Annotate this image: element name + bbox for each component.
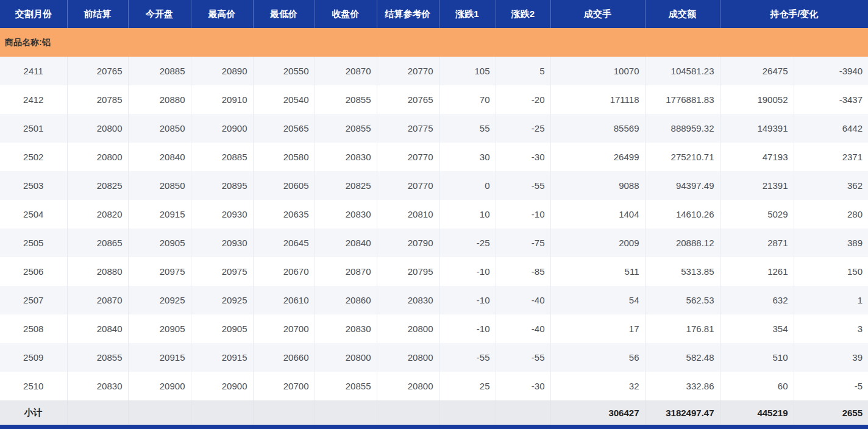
column-header: 涨跌1 bbox=[439, 0, 496, 28]
table-row: 2507208702092520925206102086020830-10-40… bbox=[0, 286, 868, 314]
cell-value: 632 bbox=[720, 286, 794, 314]
cell-value: -40 bbox=[496, 314, 550, 343]
cell-value: -10 bbox=[439, 257, 496, 286]
cell-value: 20855 bbox=[315, 85, 377, 114]
table-header-row: 交割月份前结算今开盘最高价最低价收盘价结算参考价涨跌1涨跌2成交手成交额持仓手/… bbox=[0, 0, 868, 28]
cell-value: -55 bbox=[496, 171, 550, 200]
subtotal-volume: 306427 bbox=[550, 400, 645, 425]
cell-value: 354 bbox=[720, 314, 794, 343]
commodity-group-row: 商品名称:铝 bbox=[0, 28, 868, 57]
cell-delivery-month: 2510 bbox=[0, 372, 67, 400]
cell-value: 20900 bbox=[191, 372, 253, 400]
cell-value: 20870 bbox=[315, 257, 377, 286]
cell-delivery-month: 2504 bbox=[0, 200, 67, 229]
cell-value: 20825 bbox=[67, 171, 128, 200]
cell-value: 20880 bbox=[128, 85, 191, 114]
subtotal-empty-cell bbox=[191, 400, 253, 425]
cell-value: -55 bbox=[496, 343, 550, 372]
cell-value: 56 bbox=[550, 343, 645, 372]
cell-value: 20840 bbox=[315, 229, 377, 257]
table-row: 241220785208802091020540208552076570-201… bbox=[0, 85, 868, 114]
cell-value: 20975 bbox=[128, 257, 191, 286]
cell-value: 20770 bbox=[377, 143, 439, 171]
cell-value: 20550 bbox=[253, 57, 315, 85]
cell-value: 20855 bbox=[67, 343, 128, 372]
cell-value: 20855 bbox=[315, 372, 377, 400]
column-header: 成交手 bbox=[550, 0, 645, 28]
cell-value: 20670 bbox=[253, 257, 315, 286]
cell-value: 20860 bbox=[315, 286, 377, 314]
cell-value: 20580 bbox=[253, 143, 315, 171]
cell-value: 20925 bbox=[128, 286, 191, 314]
cell-value: 5029 bbox=[720, 200, 794, 229]
cell-value: 1776881.83 bbox=[645, 85, 720, 114]
cell-value: 20830 bbox=[315, 200, 377, 229]
cell-value: 20820 bbox=[67, 200, 128, 229]
cell-value: 30 bbox=[439, 143, 496, 171]
cell-value: 6442 bbox=[794, 114, 868, 143]
cell-value: 105 bbox=[439, 57, 496, 85]
cell-value: 190052 bbox=[720, 85, 794, 114]
cell-value: -5 bbox=[794, 372, 868, 400]
cell-value: 94397.49 bbox=[645, 171, 720, 200]
cell-value: -25 bbox=[439, 229, 496, 257]
cell-value: 20850 bbox=[128, 171, 191, 200]
cell-delivery-month: 2411 bbox=[0, 57, 67, 85]
cell-value: 14610.26 bbox=[645, 200, 720, 229]
cell-value: 32 bbox=[550, 372, 645, 400]
cell-value: 2009 bbox=[550, 229, 645, 257]
cell-value: 20800 bbox=[377, 314, 439, 343]
cell-value: -30 bbox=[496, 372, 550, 400]
cell-value: 20840 bbox=[67, 314, 128, 343]
cell-value: 20930 bbox=[191, 200, 253, 229]
cell-value: 20605 bbox=[253, 171, 315, 200]
table-row: 250220800208402088520580208302077030-302… bbox=[0, 143, 868, 171]
cell-value: -10 bbox=[496, 200, 550, 229]
table-row: 2506208802097520975206702087020795-10-85… bbox=[0, 257, 868, 286]
cell-value: 20915 bbox=[128, 200, 191, 229]
cell-value: 20610 bbox=[253, 286, 315, 314]
cell-value: -20 bbox=[496, 85, 550, 114]
cell-value: 21391 bbox=[720, 171, 794, 200]
commodity-name-label: 商品名称:铝 bbox=[0, 28, 868, 57]
cell-value: 20830 bbox=[67, 372, 128, 400]
cell-value: 20905 bbox=[128, 314, 191, 343]
column-header: 前结算 bbox=[67, 0, 128, 28]
footer-strip bbox=[0, 425, 868, 429]
table-row: 250120800208502090020565208552077555-258… bbox=[0, 114, 868, 143]
cell-value: 20900 bbox=[191, 114, 253, 143]
cell-value: 85569 bbox=[550, 114, 645, 143]
cell-value: 9088 bbox=[550, 171, 645, 200]
cell-value: 20635 bbox=[253, 200, 315, 229]
column-header: 结算参考价 bbox=[377, 0, 439, 28]
cell-value: 60 bbox=[720, 372, 794, 400]
cell-value: 280 bbox=[794, 200, 868, 229]
cell-value: -3437 bbox=[794, 85, 868, 114]
cell-value: 26475 bbox=[720, 57, 794, 85]
cell-value: 20700 bbox=[253, 372, 315, 400]
cell-value: 20800 bbox=[67, 114, 128, 143]
cell-value: 362 bbox=[794, 171, 868, 200]
subtotal-empty-cell bbox=[377, 400, 439, 425]
cell-value: 20870 bbox=[67, 286, 128, 314]
cell-value: 5313.85 bbox=[645, 257, 720, 286]
cell-value: 20810 bbox=[377, 200, 439, 229]
cell-value: 20830 bbox=[377, 286, 439, 314]
table-row: 2509208552091520915206602080020800-55-55… bbox=[0, 343, 868, 372]
cell-value: -10 bbox=[439, 314, 496, 343]
subtotal-empty-cell bbox=[439, 400, 496, 425]
cell-value: -25 bbox=[496, 114, 550, 143]
subtotal-empty-cell bbox=[496, 400, 550, 425]
cell-value: 20790 bbox=[377, 229, 439, 257]
cell-delivery-month: 2505 bbox=[0, 229, 67, 257]
cell-delivery-month: 2506 bbox=[0, 257, 67, 286]
cell-value: 20765 bbox=[377, 85, 439, 114]
cell-value: 20905 bbox=[128, 229, 191, 257]
cell-value: 20870 bbox=[315, 57, 377, 85]
cell-value: 5 bbox=[496, 57, 550, 85]
subtotal-empty-cell bbox=[128, 400, 191, 425]
cell-value: -85 bbox=[496, 257, 550, 286]
cell-delivery-month: 2503 bbox=[0, 171, 67, 200]
column-header: 最高价 bbox=[191, 0, 253, 28]
table-row: 251020830209002090020700208552080025-303… bbox=[0, 372, 868, 400]
